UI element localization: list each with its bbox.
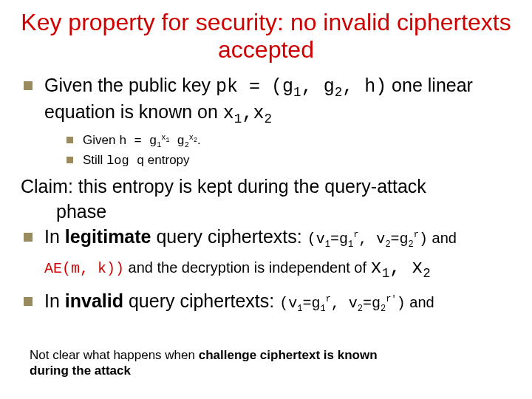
sub: 2 [335, 85, 343, 100]
t: , v [358, 231, 385, 248]
t: , g [301, 76, 335, 98]
bullet-list: Given the public key pk = (g1, g2, h) on… [21, 74, 511, 169]
s: 2 [385, 239, 390, 250]
t: , h) [342, 76, 386, 98]
e: r [414, 230, 419, 240]
t: query ciphertexts: [151, 226, 307, 247]
s: 2 [381, 304, 386, 314]
t: and the decryption is independent of [124, 259, 371, 276]
t: In [44, 226, 65, 247]
t: pk = (g [216, 76, 293, 98]
exp: x1 [161, 134, 169, 142]
e: r' [386, 294, 396, 304]
t: x [412, 257, 423, 279]
claim-line-2: phase [21, 200, 511, 222]
t: during the attack [30, 364, 131, 378]
t: challenge ciphertext is known [199, 348, 378, 362]
t: x [253, 103, 264, 124]
sub: 1 [293, 85, 301, 100]
slide-title: Key property for security: no invalid ci… [21, 9, 511, 64]
sub: 2 [185, 142, 189, 150]
bullet-1: Given the public key pk = (g1, g2, h) on… [21, 74, 511, 169]
legitimate: legitimate [65, 226, 151, 247]
t: ) [397, 295, 406, 312]
invalid: invalid [65, 290, 123, 311]
sub-bullet-2: Still log q entropy [65, 152, 511, 169]
bullet-2: In legitimate query ciphertexts: (v1=g1r… [21, 225, 511, 282]
sub: 1 [157, 142, 161, 150]
t: Given [83, 133, 119, 147]
t: x [223, 103, 234, 124]
t: g [169, 134, 184, 148]
sub-bullet-list: Given h = g1x1 g2x2. Still log q entropy [44, 132, 511, 169]
t: (v [307, 231, 325, 248]
footnote: Not clear what happens when challenge ci… [30, 347, 502, 379]
ct-expr-2: (v1=g1r, v2=g2r') [279, 295, 406, 312]
t: query ciphertexts: [123, 290, 279, 311]
x1b: x1 [371, 257, 390, 279]
x2b: x2 [412, 257, 431, 279]
t: =g [391, 231, 409, 248]
s: 1 [348, 239, 353, 250]
t: ) [419, 231, 428, 248]
s: 1 [382, 266, 390, 281]
t: and [428, 230, 457, 246]
t: entropy [144, 153, 189, 167]
s: 2 [423, 266, 431, 281]
s: 2 [409, 239, 414, 250]
t: h = g [119, 134, 157, 148]
t: , v [331, 295, 358, 312]
s: 1 [325, 239, 330, 250]
sub-bullet-1: Given h = g1x1 g2x2. [65, 132, 511, 151]
sub: 2 [264, 112, 272, 126]
x2: x2 [253, 103, 272, 124]
t: . [197, 133, 201, 147]
slide: Key property for security: no invalid ci… [0, 0, 532, 399]
t: =g [363, 295, 381, 312]
t: and [406, 294, 434, 310]
t: In [44, 290, 65, 311]
sub: 1 [234, 112, 242, 126]
t: , [242, 103, 253, 124]
t: =g [302, 295, 320, 312]
logq: log q [106, 154, 144, 168]
h-expr: h = g1x1 g2x2 [119, 134, 197, 148]
e: r [326, 294, 331, 304]
text: Given the public key [44, 75, 216, 95]
pk-expr: pk = (g1, g2, h) [216, 76, 386, 98]
t: x [371, 257, 382, 279]
bullet-3: In invalid query ciphertexts: (v1=g1r, v… [21, 290, 511, 315]
x1: x1 [223, 103, 242, 124]
bullet-list-2: In legitimate query ciphertexts: (v1=g1r… [21, 225, 511, 315]
s: 1 [320, 304, 325, 314]
exp: x2 [189, 134, 197, 142]
t: (v [279, 295, 297, 312]
t: =g [330, 231, 348, 248]
ae-expr: AE(m, k)) [44, 260, 124, 277]
claim-line-1: Claim: this entropy is kept during the q… [21, 175, 511, 197]
ct-expr: (v1=g1r, v2=g2r) [307, 231, 428, 248]
s: 2 [358, 304, 363, 314]
t: , [389, 257, 412, 279]
t: Still [83, 153, 106, 167]
t: Not clear what happens when [30, 348, 199, 362]
